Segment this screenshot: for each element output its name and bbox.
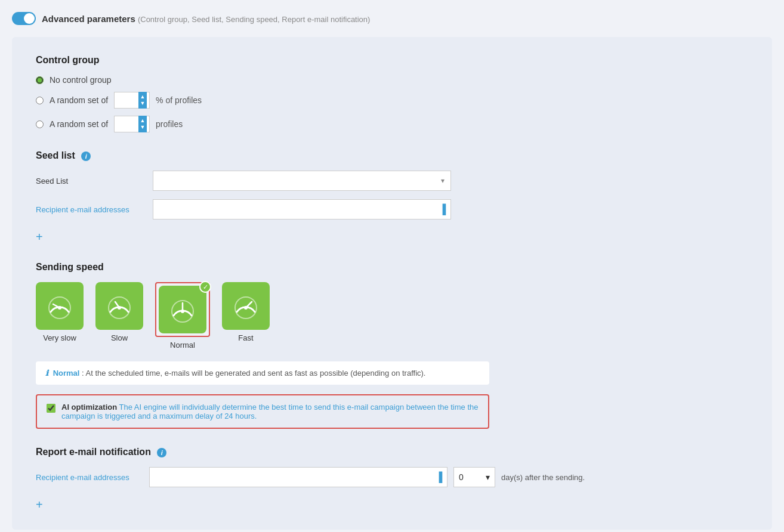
seed-list-section: Seed list i Seed List ▾ Recipient e-mail… — [36, 150, 748, 244]
ai-optimization-box: AI optimization The AI engine will indiv… — [36, 394, 489, 429]
speed-card-slow[interactable]: Slow — [95, 282, 143, 349]
speed-info-title: Normal — [53, 369, 80, 378]
percent-down-arrow[interactable]: ▼ — [140, 101, 146, 106]
speed-card-fast-wrapper — [222, 282, 270, 330]
sending-speed-title: Sending speed — [36, 262, 748, 273]
percent-unit: % of profiles — [156, 95, 202, 105]
speed-label-slow: Slow — [111, 333, 128, 342]
report-recipient-row: Recipient e-mail addresses ▐ 0 ▾ day(s) … — [36, 467, 748, 487]
report-info-icon: i — [157, 448, 166, 457]
report-bar-chart-icon: ▐ — [436, 472, 442, 482]
radio-random-percent[interactable] — [36, 97, 44, 104]
speed-card-fast-inner — [222, 282, 270, 330]
percent-spinner[interactable]: ▲ ▼ — [114, 92, 150, 109]
svg-point-8 — [181, 310, 184, 313]
advanced-parameters-subtitle: (Control group, Seed list, Sending speed… — [138, 15, 371, 24]
percent-input[interactable] — [117, 96, 138, 105]
main-card: Control group No control group A random … — [12, 37, 772, 530]
profiles-down-arrow[interactable]: ▼ — [140, 125, 146, 130]
seed-list-row: Seed List ▾ — [36, 171, 748, 191]
radio-row-random-percent: A random set of ▲ ▼ % of profiles — [36, 92, 748, 109]
recipient-email-input[interactable]: ▐ — [153, 199, 451, 219]
speedometer-normal-icon — [168, 295, 197, 324]
report-recipient-label: Recipient e-mail addresses — [36, 473, 143, 482]
ai-optimization-text: AI optimization The AI engine will indiv… — [61, 403, 479, 420]
report-section-title: Report e-mail notification i — [36, 447, 748, 457]
percent-arrows[interactable]: ▲ ▼ — [138, 92, 147, 109]
profiles-input[interactable] — [117, 120, 138, 129]
speed-card-normal[interactable]: ✓ Normal — [155, 282, 210, 349]
speed-card-very-slow[interactable]: Very slow — [36, 282, 84, 349]
normal-checkmark-badge: ✓ — [199, 281, 211, 293]
speed-label-very-slow: Very slow — [43, 333, 76, 342]
profiles-spinner[interactable]: ▲ ▼ — [114, 116, 150, 132]
speed-label-normal: Normal — [170, 341, 195, 349]
speedometer-very-slow-icon — [45, 291, 75, 321]
ai-optimization-label: AI optimization — [61, 403, 117, 412]
seed-list-title: Seed list i — [36, 150, 748, 161]
days-value: 0 — [459, 472, 464, 482]
radio-random-profiles[interactable] — [36, 120, 44, 128]
svg-point-2 — [58, 306, 61, 310]
info-icon-blue: ℹ — [45, 369, 48, 378]
speed-card-slow-wrapper — [95, 282, 143, 330]
seed-list-info-icon: i — [81, 151, 91, 161]
report-add-button[interactable]: + — [36, 498, 43, 512]
speed-card-slow-inner — [95, 282, 143, 330]
speed-card-normal-wrapper: ✓ — [155, 282, 210, 337]
ai-optimization-checkbox[interactable] — [47, 404, 55, 413]
report-section: Report e-mail notification i Recipient e… — [36, 447, 748, 512]
profiles-arrows[interactable]: ▲ ▼ — [138, 116, 147, 132]
radio-label-random-profiles: A random set of — [50, 119, 108, 129]
report-recipient-input[interactable]: ▐ — [149, 467, 447, 487]
percent-up-arrow[interactable]: ▲ — [140, 94, 146, 100]
speed-options-container: Very slow Slow — [36, 282, 748, 349]
advanced-parameters-title: Advanced parameters (Control group, Seed… — [42, 14, 370, 24]
advanced-parameters-toggle[interactable] — [12, 12, 36, 25]
bar-chart-icon: ▐ — [439, 204, 446, 215]
speed-card-very-slow-inner — [36, 282, 84, 330]
sending-speed-info-box: ℹ Normal : At the scheduled time, e-mail… — [36, 361, 489, 385]
control-group-section: Control group No control group A random … — [36, 55, 748, 132]
radio-row-random-profiles: A random set of ▲ ▼ profiles — [36, 116, 748, 132]
control-group-title: Control group — [36, 55, 748, 66]
speed-info-text: : At the scheduled time, e-mails will be… — [82, 369, 425, 378]
profiles-unit: profiles — [156, 119, 183, 129]
speed-label-fast: Fast — [238, 333, 253, 342]
seed-list-add-button[interactable]: + — [36, 230, 43, 244]
speedometer-slow-icon — [104, 291, 134, 321]
days-after-text: day(s) after the sending. — [501, 473, 585, 482]
speedometer-fast-icon — [231, 291, 261, 321]
speed-card-very-slow-wrapper — [36, 282, 84, 330]
seed-list-label: Seed List — [36, 177, 143, 185]
days-chevron-icon: ▾ — [486, 472, 490, 482]
profiles-up-arrow[interactable]: ▲ — [140, 118, 146, 123]
radio-no-control[interactable] — [36, 76, 44, 84]
radio-row-no-control: No control group — [36, 75, 748, 85]
sending-speed-section: Sending speed Ver — [36, 262, 748, 429]
recipient-email-row: Recipient e-mail addresses ▐ — [36, 199, 748, 219]
speed-card-fast[interactable]: Fast — [222, 282, 270, 349]
chevron-down-icon: ▾ — [441, 177, 445, 185]
radio-label-random-percent: A random set of — [50, 95, 108, 105]
days-select[interactable]: 0 ▾ — [453, 467, 495, 487]
recipient-email-label: Recipient e-mail addresses — [36, 205, 143, 214]
advanced-parameters-header: Advanced parameters (Control group, Seed… — [12, 12, 772, 25]
seed-list-dropdown[interactable]: ▾ — [153, 171, 451, 191]
speed-card-normal-inner: ✓ — [159, 286, 206, 333]
svg-point-5 — [118, 306, 121, 310]
ai-optimization-description: The AI engine will individually determin… — [61, 403, 479, 420]
radio-label-no-control: No control group — [50, 75, 112, 85]
svg-point-11 — [244, 306, 248, 310]
